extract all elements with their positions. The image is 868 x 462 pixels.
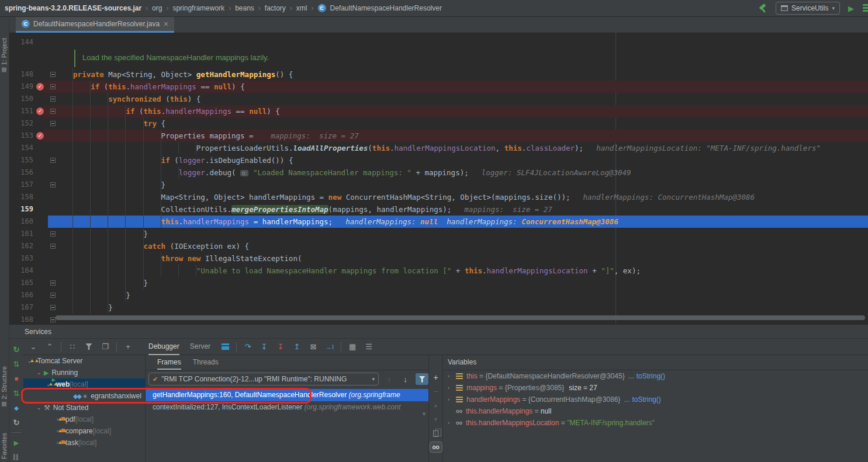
- tostring-link[interactable]: toString(): [632, 394, 660, 405]
- tree-item-tomcat-server[interactable]: ⌄Tomcat Server: [23, 355, 145, 367]
- tree-item-running[interactable]: ⌄▶Running: [23, 367, 145, 378]
- tree-item-egrantshanxiwel[interactable]: ◆◆∗egrantshanxiwel: [23, 390, 145, 402]
- duplicate-watch-icon[interactable]: [433, 430, 438, 437]
- move-watch-up-icon[interactable]: ▲: [433, 401, 438, 410]
- run-config-icon: [781, 5, 788, 11]
- tree-item-task[interactable]: ›task [local]: [23, 437, 145, 449]
- filter-icon[interactable]: [84, 342, 94, 352]
- code-editor[interactable]: 144Load the specified NamespaceHandler m…: [9, 33, 868, 324]
- breadcrumb-item[interactable]: factory: [265, 4, 286, 12]
- tostring-link[interactable]: toString(): [637, 370, 665, 382]
- breadcrumb-item[interactable]: spring-beans-3.2.0.RELEASE-sources.jar: [5, 4, 141, 12]
- refresh-icon[interactable]: ↻: [12, 418, 21, 427]
- breakpoint-icon[interactable]: ✓: [36, 132, 44, 140]
- evaluate-expression-icon[interactable]: ▦: [347, 342, 358, 352]
- sidebar-item-project[interactable]: 1: Project: [1, 38, 8, 74]
- fold-marker-icon[interactable]: [50, 317, 56, 322]
- watch-icon: oo: [456, 417, 462, 429]
- sidebar-item-structure[interactable]: 2: Structure: [1, 366, 8, 409]
- rerun-icon[interactable]: ↻: [12, 345, 21, 354]
- step-into-icon[interactable]: ↧: [259, 342, 269, 352]
- variable-row[interactable]: oothis.handlerMappings = null: [443, 405, 868, 417]
- frame-options-icon[interactable]: ❐: [100, 342, 110, 352]
- fold-marker-icon[interactable]: [50, 84, 56, 89]
- fold-marker-icon[interactable]: [50, 305, 56, 310]
- breadcrumb-item-class[interactable]: DefaultNamespaceHandlerResolver: [330, 4, 442, 12]
- tree-item-compare[interactable]: ›compare [local]: [23, 425, 145, 437]
- horizontal-scrollbar[interactable]: [56, 315, 865, 320]
- tree-expander-icon[interactable]: ⌄: [35, 402, 43, 414]
- fold-marker-icon[interactable]: [50, 182, 56, 187]
- variable-row[interactable]: ›oothis.handlerMappingsLocation = "META-…: [443, 417, 868, 429]
- breakpoint-icon[interactable]: ✓: [36, 107, 44, 115]
- code-line-152: 152try {: [9, 117, 868, 130]
- field-icon: [456, 385, 463, 391]
- fold-marker-icon[interactable]: [50, 280, 56, 286]
- tab-threads[interactable]: Threads: [193, 355, 219, 370]
- variable-row[interactable]: ›this = {DefaultNamespaceHandlerResolver…: [443, 370, 868, 382]
- run-button[interactable]: ▶: [848, 4, 854, 13]
- remove-watch-icon[interactable]: −: [433, 387, 438, 396]
- tree-expander-icon[interactable]: ›: [448, 370, 456, 382]
- add-service-icon[interactable]: +: [123, 342, 133, 352]
- tab-debugger[interactable]: Debugger: [148, 339, 179, 355]
- force-step-into-icon[interactable]: ↧: [275, 342, 286, 352]
- tree-expander-icon[interactable]: ›: [448, 394, 456, 405]
- drop-frame-icon[interactable]: ⊠: [308, 342, 319, 352]
- tree-item-not-started[interactable]: ⌄⚒Not Started: [23, 402, 145, 414]
- pause-icon[interactable]: ▍▍: [12, 453, 21, 462]
- deploy-icon[interactable]: ⇅: [12, 388, 21, 398]
- group-by-icon[interactable]: ∷: [67, 342, 78, 352]
- debug-button[interactable]: [863, 4, 868, 12]
- breadcrumb-item[interactable]: org: [152, 4, 162, 12]
- tree-item-pdf[interactable]: ›pdf [local]: [23, 414, 145, 425]
- breadcrumb-item[interactable]: beans: [235, 4, 254, 12]
- trace-stream-icon[interactable]: ☰: [364, 342, 374, 352]
- breakpoint-icon[interactable]: ✓: [36, 83, 44, 91]
- rerun-debug-icon[interactable]: ⇅: [12, 359, 21, 369]
- tab-default-namespace-handler-resolver[interactable]: C DefaultNamespaceHandlerResolver.java ✕: [16, 17, 174, 33]
- variable-row[interactable]: ›handlerMappings = {ConcurrentHashMap@30…: [443, 394, 868, 405]
- tree-expander-icon[interactable]: ⌄: [35, 367, 43, 378]
- scroll-down-icon[interactable]: ▼: [421, 411, 427, 417]
- frame-row[interactable]: getHandlerMappings:160, DefaultNamespace…: [146, 389, 428, 401]
- step-out-icon[interactable]: ↥: [292, 342, 302, 352]
- watch-icon: oo: [456, 405, 462, 417]
- services-diamond-icon[interactable]: ◆: [12, 403, 21, 412]
- close-icon[interactable]: ✕: [163, 20, 168, 28]
- breadcrumb-item[interactable]: xml: [296, 4, 307, 12]
- frame-row[interactable]: contextInitialized:127, IrisContextLoade…: [146, 401, 428, 414]
- tab-frames[interactable]: Frames: [157, 355, 181, 370]
- sidebar-item-favorites[interactable]: Favorites: [1, 433, 8, 459]
- tree-expander-icon[interactable]: ›: [448, 382, 456, 394]
- hide-frames-filter-icon[interactable]: [416, 373, 428, 385]
- build-hammer-icon[interactable]: [758, 4, 767, 13]
- fold-marker-icon[interactable]: [50, 109, 56, 114]
- thread-selector[interactable]: ✔ "RMI TCP Connection(2)-12...up "RMI Ru…: [148, 373, 379, 385]
- variable-row[interactable]: ›mappings = {Properties@3085}size = 27: [443, 382, 868, 394]
- fold-marker-icon[interactable]: [50, 244, 56, 249]
- fold-marker-icon[interactable]: [50, 231, 56, 237]
- stop-icon[interactable]: ■: [12, 374, 21, 383]
- fold-marker-icon[interactable]: [50, 72, 56, 77]
- tree-item-web[interactable]: ⌄▶web [local]: [23, 378, 145, 390]
- expand-all-icon[interactable]: ⌄: [28, 342, 39, 352]
- threads-layout-icon[interactable]: [220, 342, 230, 352]
- fold-marker-icon[interactable]: [50, 293, 56, 298]
- move-watch-down-icon[interactable]: ▼: [433, 415, 438, 424]
- collapse-all-icon[interactable]: ⌃: [44, 342, 55, 352]
- breadcrumb-item[interactable]: springframework: [172, 4, 224, 12]
- resume-icon[interactable]: ▶: [12, 438, 21, 447]
- add-watch-icon[interactable]: +: [433, 373, 438, 382]
- fold-marker-icon[interactable]: [50, 158, 56, 163]
- next-frame-icon[interactable]: ↓: [400, 375, 411, 384]
- fold-marker-icon[interactable]: [50, 121, 56, 126]
- run-to-cursor-icon[interactable]: →I: [324, 342, 335, 352]
- tree-expander-icon[interactable]: ›: [448, 417, 456, 429]
- fold-marker-icon[interactable]: [50, 96, 56, 102]
- tab-server[interactable]: Server: [190, 339, 210, 355]
- previous-frame-icon[interactable]: ↑: [383, 375, 395, 384]
- show-watches-toggle-icon[interactable]: oo: [430, 442, 442, 453]
- step-over-icon[interactable]: ↷: [243, 342, 253, 352]
- run-config-select[interactable]: ServiceUtils ▾: [776, 2, 840, 15]
